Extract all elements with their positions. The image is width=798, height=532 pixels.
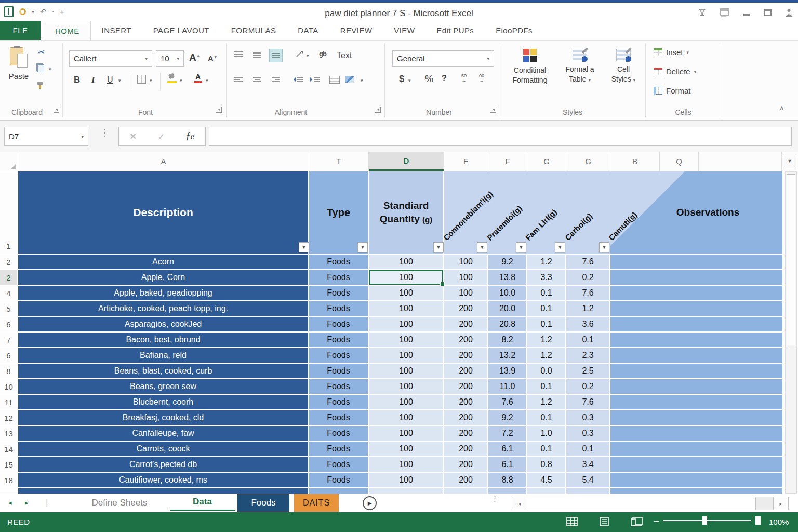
cell-observations[interactable] [610,317,782,332]
row-header[interactable]: 5 [0,301,18,317]
cell-protein[interactable]: 13.8 [488,270,527,286]
row-header[interactable] [0,488,18,494]
format-painter-icon[interactable] [36,81,44,89]
scrollbar-divider[interactable]: ⋮ [491,497,499,501]
number-dialog-launcher-icon[interactable] [490,107,496,113]
cell-fat[interactable]: 3.3 [527,270,566,286]
decrease-font-icon[interactable]: A▼ [208,54,218,63]
bottom-align-icon[interactable] [269,49,283,62]
column-header-t-1[interactable]: T [309,152,369,171]
cell-fat[interactable] [527,488,566,494]
cell-protein[interactable]: 6.1 [488,457,527,473]
cell-description[interactable]: Apple, Corn [18,270,309,286]
cell-type[interactable]: Foods [309,348,369,364]
cell-fat[interactable]: 1.0 [527,426,566,442]
header-observations[interactable]: Observations [610,171,782,255]
cell-description[interactable]: Cautifiower, cooked, ms [18,473,309,488]
cell-observations[interactable] [610,286,782,301]
sheet-tab-foods[interactable]: Foods [237,494,289,512]
tab-page-layout[interactable]: PAGE LAVOUT [142,21,220,40]
tab-export-pdfs[interactable]: EiooPDFs [485,21,543,40]
cancel-icon[interactable]: ✕ [130,131,137,141]
cell-description[interactable]: Artichoke, cooked, peach topp, ing. [18,301,309,317]
cell-standard-quantity[interactable]: 100 [369,442,444,457]
filter-dropdown-icon[interactable]: ▼ [555,242,565,252]
cell-fat[interactable]: 0.1 [527,442,566,457]
cell-type[interactable]: Foods [309,395,369,410]
cell-carb[interactable]: 5.4 [566,473,610,488]
cell-fat[interactable]: 0.8 [527,457,566,473]
increase-decimal-icon[interactable]: 50→ [461,74,467,83]
page-break-view-icon[interactable] [631,517,643,526]
font-size-select[interactable]: 10▾ [156,50,184,66]
cell-protein[interactable]: 7.6 [488,395,527,410]
increase-font-icon[interactable]: A▲ [189,52,201,63]
cell-fat[interactable]: 0.1 [527,286,566,301]
cell-carb[interactable]: 0.1 [566,442,610,457]
row-header[interactable]: 2 [0,255,18,270]
font-color-dropdown-icon[interactable]: ▾ [206,78,208,83]
row-header[interactable]: 2 [0,270,18,286]
cell-description[interactable]: Carrots, coock [18,442,309,457]
tab-home[interactable]: HOME [44,21,91,40]
row-header[interactable]: 11 [0,395,18,410]
merge-dropdown-icon[interactable]: ▾ [361,78,363,83]
row-header[interactable]: 7 [0,332,18,348]
row-header[interactable]: 12 [0,410,18,426]
cell-standard-quantity[interactable]: 100 [369,379,444,395]
decrease-decimal-icon[interactable]: 00← [479,74,484,83]
sheet-tab-data[interactable]: Data [170,494,235,511]
percent-style-icon[interactable]: % [425,74,433,85]
row-header[interactable]: 1 [0,171,18,255]
vertical-scrollbar-thumb[interactable] [787,174,795,345]
cell-observations[interactable] [610,348,782,364]
cell-protein[interactable] [488,488,527,494]
cell-carb[interactable]: 0.3 [566,410,610,426]
cell-standard-quantity[interactable]: 100 [369,255,444,270]
formula-input[interactable] [209,127,792,146]
cell-observations[interactable] [610,395,782,410]
cell-protein[interactable]: 8.8 [488,473,527,488]
cell-consumed[interactable]: 200 [444,317,488,332]
cell-consumed[interactable]: 100 [444,270,488,286]
customize-qat-icon[interactable]: + [60,7,64,16]
orientation-icon[interactable] [295,49,304,60]
row-header[interactable]: 15 [0,457,18,473]
column-header-d-2[interactable]: D [369,152,444,171]
clipboard-dialog-launcher-icon[interactable] [54,107,59,113]
column-header-q-8[interactable]: Q [660,152,699,171]
scroll-right-icon[interactable]: ▸ [773,497,789,510]
font-dialog-launcher-icon[interactable] [216,107,222,113]
cell-styles-button[interactable]: CellStyles ▾ [605,49,642,85]
cell-consumed[interactable]: 200 [444,442,488,457]
cell-carb[interactable]: 0.1 [566,332,610,348]
cell-consumed[interactable]: 200 [444,410,488,426]
cell-consumed[interactable]: 200 [444,332,488,348]
cell-type[interactable]: Foods [309,286,369,301]
cell-description[interactable]: Apple, baked, peadiopping [18,286,309,301]
cell-standard-quantity[interactable]: 100 [369,457,444,473]
tab-formulas[interactable]: FORMULAS [220,21,287,40]
horizontal-scrollbar-track[interactable] [756,497,773,510]
cell-protein[interactable]: 10.0 [488,286,527,301]
cell-fat[interactable]: 4.5 [527,473,566,488]
cell-type[interactable]: Foods [309,457,369,473]
select-all-corner[interactable] [0,152,18,171]
tab-edit-pups[interactable]: Edit PUPs [425,21,485,40]
cell-consumed[interactable]: 200 [444,473,488,488]
column-header-b-7[interactable]: B [610,152,660,171]
filter-dropdown-icon[interactable]: ▼ [477,242,487,252]
alignment-dialog-launcher-icon[interactable] [375,107,381,113]
delete-button[interactable]: Dellete▾ [654,67,696,76]
cell-type[interactable]: Foods [309,473,369,488]
column-header-e-3[interactable]: E [444,152,488,171]
accounting-format-icon[interactable]: $ [399,74,404,85]
save-icon[interactable] [19,8,26,15]
zoom-out-icon[interactable]: – [654,517,659,524]
cell-fat[interactable]: 1.2 [527,332,566,348]
cell-carb[interactable]: 0.3 [566,426,610,442]
prev-sheet-icon[interactable]: ◂ [8,499,12,507]
cell-type[interactable]: Foods [309,255,369,270]
tab-view[interactable]: VIEW [383,21,425,40]
cell-standard-quantity[interactable]: 100 [369,364,444,379]
